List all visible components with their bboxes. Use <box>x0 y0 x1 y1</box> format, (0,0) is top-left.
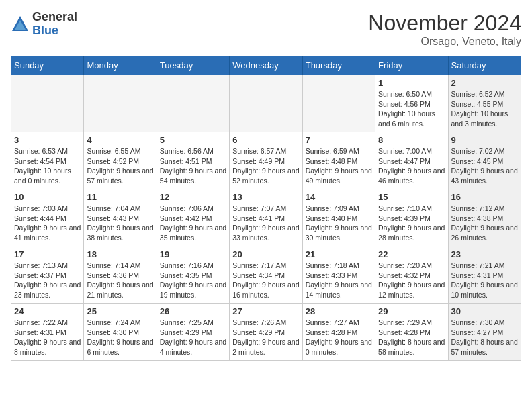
day-info: Sunrise: 7:00 AM Sunset: 4:47 PM Dayligh… <box>378 146 445 186</box>
calendar-cell: 18Sunrise: 7:14 AM Sunset: 4:36 PM Dayli… <box>84 246 157 304</box>
calendar-cell: 20Sunrise: 7:17 AM Sunset: 4:34 PM Dayli… <box>230 246 302 304</box>
week-row-3: 10Sunrise: 7:03 AM Sunset: 4:44 PM Dayli… <box>11 189 521 246</box>
day-number: 23 <box>451 249 518 259</box>
day-info: Sunrise: 7:22 AM Sunset: 4:31 PM Dayligh… <box>14 318 81 357</box>
day-number: 13 <box>232 192 299 202</box>
week-row-5: 24Sunrise: 7:22 AM Sunset: 4:31 PM Dayli… <box>11 304 521 361</box>
week-row-4: 17Sunrise: 7:13 AM Sunset: 4:37 PM Dayli… <box>11 246 521 304</box>
weekday-header-saturday: Saturday <box>448 56 521 75</box>
day-number: 2 <box>451 78 518 88</box>
day-number: 7 <box>306 135 372 145</box>
day-info: Sunrise: 7:09 AM Sunset: 4:40 PM Dayligh… <box>306 203 372 243</box>
calendar-cell: 14Sunrise: 7:09 AM Sunset: 4:40 PM Dayli… <box>302 189 375 246</box>
weekday-header-sunday: Sunday <box>11 56 84 75</box>
day-info: Sunrise: 7:13 AM Sunset: 4:37 PM Dayligh… <box>14 261 81 300</box>
day-number: 12 <box>160 192 226 202</box>
day-number: 9 <box>451 135 518 145</box>
calendar-cell: 4Sunrise: 6:55 AM Sunset: 4:52 PM Daylig… <box>84 132 157 189</box>
day-number: 6 <box>232 135 299 145</box>
day-number: 11 <box>87 192 153 202</box>
weekday-header-friday: Friday <box>375 56 448 75</box>
day-number: 4 <box>87 135 153 145</box>
calendar-table: SundayMondayTuesdayWednesdayThursdayFrid… <box>11 56 521 361</box>
day-info: Sunrise: 7:18 AM Sunset: 4:33 PM Dayligh… <box>306 261 372 300</box>
weekday-header-row: SundayMondayTuesdayWednesdayThursdayFrid… <box>11 56 521 75</box>
calendar-cell: 22Sunrise: 7:20 AM Sunset: 4:32 PM Dayli… <box>375 246 448 304</box>
day-info: Sunrise: 6:57 AM Sunset: 4:49 PM Dayligh… <box>232 146 299 186</box>
calendar-cell: 19Sunrise: 7:16 AM Sunset: 4:35 PM Dayli… <box>157 246 229 304</box>
calendar-cell: 10Sunrise: 7:03 AM Sunset: 4:44 PM Dayli… <box>11 189 84 246</box>
logo-icon <box>11 15 30 34</box>
calendar-cell: 3Sunrise: 6:53 AM Sunset: 4:54 PM Daylig… <box>11 132 84 189</box>
day-number: 28 <box>306 306 372 316</box>
day-number: 19 <box>160 249 226 259</box>
day-number: 18 <box>87 249 153 259</box>
day-number: 29 <box>378 306 445 316</box>
calendar-cell: 8Sunrise: 7:00 AM Sunset: 4:47 PM Daylig… <box>375 132 448 189</box>
day-info: Sunrise: 7:02 AM Sunset: 4:45 PM Dayligh… <box>451 146 518 186</box>
page-header: General Blue November 2024 Orsago, Venet… <box>11 11 521 48</box>
calendar-cell: 7Sunrise: 6:59 AM Sunset: 4:48 PM Daylig… <box>302 132 375 189</box>
day-info: Sunrise: 7:17 AM Sunset: 4:34 PM Dayligh… <box>232 261 299 300</box>
day-info: Sunrise: 7:14 AM Sunset: 4:36 PM Dayligh… <box>87 261 153 300</box>
calendar-cell: 28Sunrise: 7:27 AM Sunset: 4:28 PM Dayli… <box>302 304 375 361</box>
day-info: Sunrise: 7:04 AM Sunset: 4:43 PM Dayligh… <box>87 203 153 243</box>
title-block: November 2024 Orsago, Veneto, Italy <box>368 11 521 48</box>
day-number: 17 <box>14 249 81 259</box>
day-number: 15 <box>378 192 445 202</box>
calendar-cell: 12Sunrise: 7:06 AM Sunset: 4:42 PM Dayli… <box>157 189 229 246</box>
calendar-cell <box>11 75 84 132</box>
calendar-cell: 27Sunrise: 7:26 AM Sunset: 4:29 PM Dayli… <box>230 304 302 361</box>
calendar-cell: 5Sunrise: 6:56 AM Sunset: 4:51 PM Daylig… <box>157 132 229 189</box>
calendar-cell <box>302 75 375 132</box>
weekday-header-thursday: Thursday <box>302 56 375 75</box>
day-info: Sunrise: 7:26 AM Sunset: 4:29 PM Dayligh… <box>232 318 299 357</box>
day-info: Sunrise: 6:52 AM Sunset: 4:55 PM Dayligh… <box>451 89 518 129</box>
day-info: Sunrise: 7:27 AM Sunset: 4:28 PM Dayligh… <box>306 318 372 357</box>
logo-general-text: General <box>32 10 77 24</box>
calendar-cell: 9Sunrise: 7:02 AM Sunset: 4:45 PM Daylig… <box>448 132 521 189</box>
day-number: 30 <box>451 306 518 316</box>
day-info: Sunrise: 7:30 AM Sunset: 4:27 PM Dayligh… <box>451 318 518 357</box>
logo-blue-text: Blue <box>32 24 58 37</box>
calendar-cell: 21Sunrise: 7:18 AM Sunset: 4:33 PM Dayli… <box>302 246 375 304</box>
calendar-cell: 25Sunrise: 7:24 AM Sunset: 4:30 PM Dayli… <box>84 304 157 361</box>
weekday-header-tuesday: Tuesday <box>157 56 229 75</box>
day-number: 3 <box>14 135 81 145</box>
day-info: Sunrise: 6:55 AM Sunset: 4:52 PM Dayligh… <box>87 146 153 186</box>
day-number: 24 <box>14 306 81 316</box>
day-info: Sunrise: 6:50 AM Sunset: 4:56 PM Dayligh… <box>378 89 445 129</box>
day-info: Sunrise: 7:06 AM Sunset: 4:42 PM Dayligh… <box>160 203 226 243</box>
day-info: Sunrise: 6:53 AM Sunset: 4:54 PM Dayligh… <box>14 146 81 186</box>
calendar-cell: 6Sunrise: 6:57 AM Sunset: 4:49 PM Daylig… <box>230 132 302 189</box>
calendar-cell: 11Sunrise: 7:04 AM Sunset: 4:43 PM Dayli… <box>84 189 157 246</box>
weekday-header-wednesday: Wednesday <box>230 56 302 75</box>
day-info: Sunrise: 7:24 AM Sunset: 4:30 PM Dayligh… <box>87 318 153 357</box>
calendar-cell: 23Sunrise: 7:21 AM Sunset: 4:31 PM Dayli… <box>448 246 521 304</box>
calendar-cell: 16Sunrise: 7:12 AM Sunset: 4:38 PM Dayli… <box>448 189 521 246</box>
calendar-cell <box>84 75 157 132</box>
day-number: 14 <box>306 192 372 202</box>
logo: General Blue <box>11 11 77 38</box>
day-number: 20 <box>232 249 299 259</box>
calendar-cell: 29Sunrise: 7:29 AM Sunset: 4:28 PM Dayli… <box>375 304 448 361</box>
day-number: 21 <box>306 249 372 259</box>
day-number: 25 <box>87 306 153 316</box>
month-year-title: November 2024 <box>368 11 521 36</box>
day-info: Sunrise: 7:10 AM Sunset: 4:39 PM Dayligh… <box>378 203 445 243</box>
calendar-cell <box>157 75 229 132</box>
day-number: 27 <box>232 306 299 316</box>
calendar-cell: 1Sunrise: 6:50 AM Sunset: 4:56 PM Daylig… <box>375 75 448 132</box>
day-number: 5 <box>160 135 226 145</box>
day-info: Sunrise: 7:03 AM Sunset: 4:44 PM Dayligh… <box>14 203 81 243</box>
calendar-cell: 26Sunrise: 7:25 AM Sunset: 4:29 PM Dayli… <box>157 304 229 361</box>
day-info: Sunrise: 7:29 AM Sunset: 4:28 PM Dayligh… <box>378 318 445 357</box>
week-row-2: 3Sunrise: 6:53 AM Sunset: 4:54 PM Daylig… <box>11 132 521 189</box>
day-info: Sunrise: 6:56 AM Sunset: 4:51 PM Dayligh… <box>160 146 226 186</box>
day-info: Sunrise: 7:25 AM Sunset: 4:29 PM Dayligh… <box>160 318 226 357</box>
calendar-cell: 13Sunrise: 7:07 AM Sunset: 4:41 PM Dayli… <box>230 189 302 246</box>
calendar-cell <box>230 75 302 132</box>
day-info: Sunrise: 7:16 AM Sunset: 4:35 PM Dayligh… <box>160 261 226 300</box>
day-info: Sunrise: 7:21 AM Sunset: 4:31 PM Dayligh… <box>451 261 518 300</box>
location-text: Orsago, Veneto, Italy <box>368 36 521 48</box>
